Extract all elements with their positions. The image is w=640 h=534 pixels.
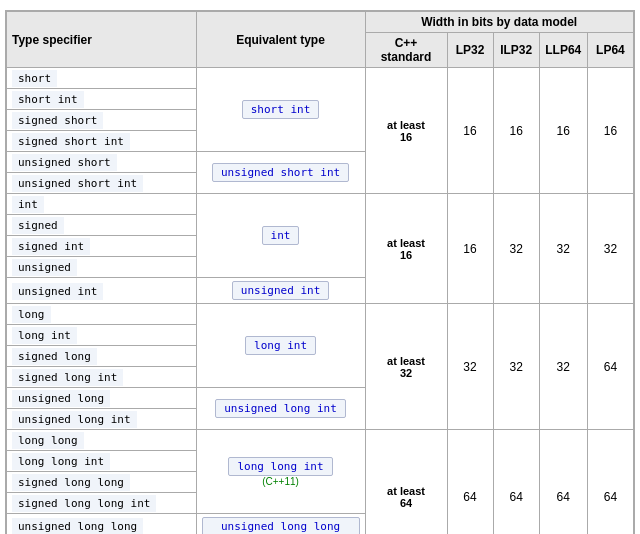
equiv-cell: short int	[196, 68, 365, 152]
col-header-cpp: C++ standard	[365, 33, 447, 68]
type-cell: unsigned long long	[7, 514, 197, 535]
type-cell: signed	[7, 215, 197, 236]
type-cell: unsigned	[7, 257, 197, 278]
lp64-cell: 64	[587, 430, 633, 535]
main-table-container: Type specifier Equivalent type Width in …	[5, 10, 635, 534]
type-cell: unsigned long int	[7, 409, 197, 430]
col-header-width-group: Width in bits by data model	[365, 12, 633, 33]
equiv-cell: unsigned long int	[196, 388, 365, 430]
lp32-cell: 16	[447, 68, 493, 194]
data-table: Type specifier Equivalent type Width in …	[6, 11, 634, 534]
ilp32-cell: 32	[493, 194, 539, 304]
type-cell: signed long	[7, 346, 197, 367]
llp64-cell: 32	[539, 304, 587, 430]
col-header-lp32: LP32	[447, 33, 493, 68]
header-row-1: Type specifier Equivalent type Width in …	[7, 12, 634, 33]
col-header-ilp32: ILP32	[493, 33, 539, 68]
type-cell: long long	[7, 430, 197, 451]
equiv-cell: unsigned long long int(C++11)	[196, 514, 365, 535]
cpp-std-cell: at least 64	[365, 430, 447, 535]
type-cell: unsigned long	[7, 388, 197, 409]
col-header-llp64: LLP64	[539, 33, 587, 68]
lp32-cell: 64	[447, 430, 493, 535]
type-cell: long	[7, 304, 197, 325]
table-row: shortshort intat least 1616161616	[7, 68, 634, 89]
type-cell: int	[7, 194, 197, 215]
lp64-cell: 64	[587, 304, 633, 430]
cpp-std-cell: at least 16	[365, 194, 447, 304]
type-cell: short	[7, 68, 197, 89]
llp64-cell: 64	[539, 430, 587, 535]
lp32-cell: 32	[447, 304, 493, 430]
cpp-std-cell: at least 32	[365, 304, 447, 430]
type-cell: signed long long int	[7, 493, 197, 514]
col-header-type: Type specifier	[7, 12, 197, 68]
equiv-cell: long long int(C++11)	[196, 430, 365, 514]
type-cell: short int	[7, 89, 197, 110]
type-cell: signed long long	[7, 472, 197, 493]
type-cell: long int	[7, 325, 197, 346]
llp64-cell: 32	[539, 194, 587, 304]
table-row: longlong intat least 3232323264	[7, 304, 634, 325]
lp64-cell: 16	[587, 68, 633, 194]
type-cell: signed short	[7, 110, 197, 131]
lp32-cell: 16	[447, 194, 493, 304]
equiv-cell: int	[196, 194, 365, 278]
table-row: intintat least 1616323232	[7, 194, 634, 215]
equiv-cell: long int	[196, 304, 365, 388]
equiv-cell: unsigned int	[196, 278, 365, 304]
cpp-std-cell: at least 16	[365, 68, 447, 194]
equiv-cell: unsigned short int	[196, 152, 365, 194]
col-header-equiv: Equivalent type	[196, 12, 365, 68]
ilp32-cell: 64	[493, 430, 539, 535]
type-cell: signed int	[7, 236, 197, 257]
ilp32-cell: 32	[493, 304, 539, 430]
type-cell: long long int	[7, 451, 197, 472]
type-cell: unsigned short	[7, 152, 197, 173]
type-cell: signed long int	[7, 367, 197, 388]
type-cell: signed short int	[7, 131, 197, 152]
ilp32-cell: 16	[493, 68, 539, 194]
type-cell: unsigned short int	[7, 173, 197, 194]
col-header-lp64: LP64	[587, 33, 633, 68]
llp64-cell: 16	[539, 68, 587, 194]
type-cell: unsigned int	[7, 278, 197, 304]
table-row: long longlong long int(C++11)at least 64…	[7, 430, 634, 451]
lp64-cell: 32	[587, 194, 633, 304]
